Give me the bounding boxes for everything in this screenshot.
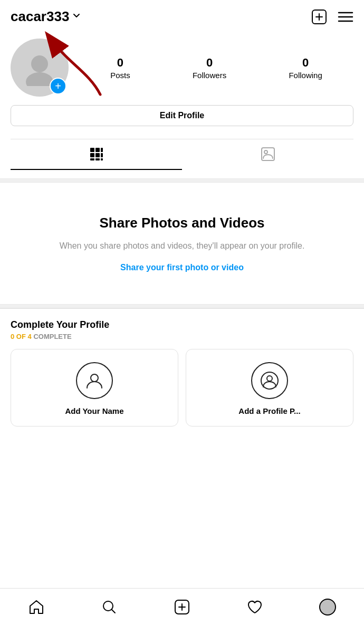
following-count: 0 — [302, 56, 309, 70]
bottom-nav — [0, 588, 364, 625]
svg-point-17 — [267, 376, 272, 381]
tab-grid[interactable] — [11, 139, 182, 170]
following-stat[interactable]: 0 Following — [289, 56, 322, 80]
search-icon — [101, 599, 117, 615]
share-title: Share Photos and Videos — [16, 214, 348, 232]
svg-rect-4 — [90, 148, 94, 152]
nav-home[interactable] — [23, 594, 50, 620]
add-name-icon-circle — [76, 362, 113, 399]
complete-card-name[interactable]: Add Your Name — [11, 349, 178, 427]
nav-search[interactable] — [96, 594, 122, 620]
svg-point-1 — [31, 55, 48, 72]
followers-stat[interactable]: 0 Followers — [193, 56, 226, 80]
header-actions — [311, 9, 353, 25]
add-photo-icon-circle — [251, 362, 288, 399]
posts-stat[interactable]: 0 Posts — [110, 56, 130, 80]
svg-rect-5 — [95, 148, 100, 152]
username-display[interactable]: cacar333 — [11, 8, 81, 25]
section-divider-1 — [0, 178, 364, 183]
add-post-button[interactable] — [311, 9, 327, 25]
complete-count: 0 OF 4 — [11, 333, 32, 340]
svg-point-15 — [91, 374, 98, 382]
share-section: Share Photos and Videos When you share p… — [0, 183, 364, 304]
svg-rect-10 — [90, 158, 94, 160]
tab-tagged[interactable] — [182, 139, 353, 170]
profile-section: + 0 Posts 0 Followers 0 Following — [0, 33, 364, 178]
edit-profile-button[interactable]: Edit Profile — [11, 105, 353, 126]
nav-heart[interactable] — [242, 594, 268, 620]
section-divider-2 — [0, 304, 364, 308]
stats-row: 0 Posts 0 Followers 0 Following — [79, 56, 353, 80]
svg-rect-12 — [101, 158, 103, 160]
nav-profile-avatar — [319, 599, 336, 615]
share-link[interactable]: Share your first photo or video — [120, 263, 244, 272]
add-photo-label: Add a Profile P... — [238, 406, 300, 415]
complete-section: Complete Your Profile 0 OF 4 COMPLETE Ad… — [0, 308, 364, 432]
chevron-down-icon — [72, 11, 81, 22]
profile-top: + 0 Posts 0 Followers 0 Following — [11, 39, 353, 97]
add-photo-button[interactable]: + — [50, 78, 66, 94]
menu-button[interactable] — [338, 12, 353, 22]
complete-label-text: COMPLETE — [33, 333, 71, 340]
complete-progress: 0 OF 4 COMPLETE — [11, 333, 353, 340]
svg-rect-9 — [101, 153, 103, 157]
nav-add[interactable] — [169, 594, 195, 620]
tabs-row — [11, 139, 353, 170]
svg-rect-8 — [95, 153, 100, 157]
svg-rect-11 — [95, 158, 100, 160]
add-icon — [174, 599, 190, 615]
heart-icon — [247, 599, 263, 615]
profile-photo-icon — [260, 371, 279, 390]
complete-title: Complete Your Profile — [11, 319, 353, 330]
share-subtitle: When you share photos and videos, they'l… — [16, 240, 348, 252]
followers-count: 0 — [206, 56, 213, 70]
username-text: cacar333 — [11, 8, 69, 25]
complete-cards: Add Your Name Add a Profile P... — [11, 349, 353, 427]
plus-icon: + — [55, 81, 61, 91]
tagged-icon — [261, 147, 275, 162]
posts-count: 0 — [117, 56, 123, 70]
grid-icon — [89, 147, 104, 162]
followers-label: Followers — [193, 71, 226, 80]
posts-label: Posts — [110, 71, 130, 80]
home-icon — [28, 599, 44, 615]
following-label: Following — [289, 71, 322, 80]
complete-card-photo[interactable]: Add a Profile P... — [186, 349, 353, 427]
avatar-wrapper: + — [11, 39, 69, 97]
svg-rect-6 — [101, 148, 103, 152]
add-name-label: Add Your Name — [65, 406, 123, 415]
header: cacar333 — [0, 0, 364, 33]
nav-profile[interactable] — [314, 594, 341, 620]
person-icon — [85, 371, 104, 390]
svg-point-2 — [26, 72, 53, 86]
svg-point-14 — [264, 150, 267, 154]
svg-rect-7 — [90, 153, 94, 157]
